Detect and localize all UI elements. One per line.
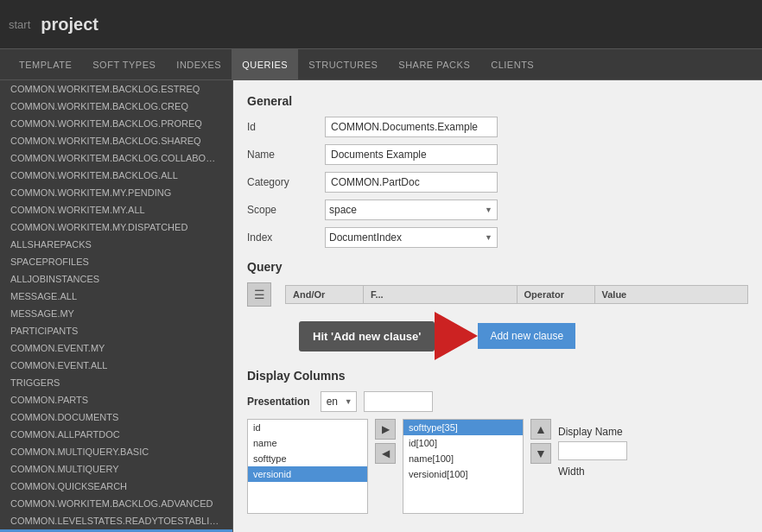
category-input[interactable] [325, 172, 498, 193]
nav-item-share-packs[interactable]: SHARE PACKS [388, 49, 480, 80]
query-section-title: Query [247, 260, 748, 274]
list-icon: ☰ [254, 288, 265, 301]
pres-text-input[interactable] [364, 391, 433, 412]
scope-select[interactable]: space [325, 200, 498, 220]
annotation-arrow [435, 312, 478, 360]
sidebar-item[interactable]: COMMON.WORKITEM.MY.ALL [0, 201, 232, 218]
name-label: Name [247, 149, 325, 161]
lang-select[interactable]: en [321, 391, 357, 412]
right-list-item[interactable]: versionid[100] [403, 466, 523, 482]
sidebar-item[interactable]: COMMON.WORKITEM.BACKLOG.COLLABORATIO... [0, 149, 232, 167]
sidebar-item[interactable]: COMMON.LEVELSTATES.READYTOESTABLISH [0, 512, 232, 529]
sidebar-item[interactable]: MESSAGE.MY [0, 305, 232, 322]
id-input[interactable] [325, 117, 498, 137]
right-list-item[interactable]: name[100] [403, 451, 523, 466]
display-name-label: Display Name [558, 426, 627, 438]
left-list-item[interactable]: versionid [248, 466, 367, 482]
sidebar-item[interactable]: COMMON.PARTS [0, 391, 232, 408]
col-value-header: Value [595, 286, 748, 303]
query-columns-header: And/Or F... Operator Value [285, 285, 748, 304]
id-row: Id [247, 117, 748, 137]
sidebar-item[interactable]: COMMON.WORKITEM.BACKLOG.ADVANCED [0, 495, 232, 512]
category-label: Category [247, 176, 325, 188]
left-list-item[interactable]: id [248, 420, 367, 435]
sidebar-item[interactable]: ALLJOBINSTANCES [0, 270, 232, 288]
nav-item-structures[interactable]: STRUCTURES [298, 49, 388, 80]
sidebar-item[interactable]: COMMON.MULTIQUERY.BASIC [0, 443, 232, 460]
index-label: Index [247, 231, 325, 244]
nav-item-soft-types[interactable]: SOFT TYPES [82, 49, 166, 80]
sidebar-item[interactable]: COMMON.WORKITEM.BACKLOG.ALL [0, 167, 232, 184]
nav-item-indexes[interactable]: INDEXES [166, 49, 232, 80]
content-area: General Id Name Category Scope space Ind… [233, 80, 762, 532]
index-row: Index DocumentIndex [247, 227, 748, 248]
nav-item-template[interactable]: TEMPLATE [9, 49, 82, 80]
sidebar-item[interactable]: ALLSHAREPACKS [0, 236, 232, 253]
sidebar-item[interactable]: COMMON.EVENT.MY [0, 339, 232, 357]
left-list-item[interactable]: softtype [248, 451, 367, 466]
title-row: start project [0, 0, 762, 49]
main-layout: COMMON.WORKITEM.BACKLOG.ESTREQCOMMON.WOR… [0, 80, 762, 532]
display-name-input[interactable] [558, 441, 627, 460]
annotation-area: Hit 'Add new clause' Add new clause [247, 312, 748, 355]
query-list-icon[interactable]: ☰ [247, 282, 271, 307]
sidebar-item[interactable]: COMMON.WORKITEM.BACKLOG.PROREQ [0, 115, 232, 132]
right-column-list: softtype[35]id[100]name[100]versionid[10… [403, 419, 524, 514]
scope-label: Scope [247, 204, 325, 216]
left-column-list: idnamesofttypeversionid [247, 419, 368, 514]
app-header: start project TEMPLATESOFT TYPESINDEXESQ… [0, 0, 762, 80]
sidebar-item[interactable]: COMMON.MULTIQUERY [0, 460, 232, 478]
scope-select-wrapper: space [325, 200, 498, 220]
query-toolbar: ☰ And/Or F... Operator Value [247, 282, 748, 307]
project-label: project [41, 15, 98, 35]
sidebar-item[interactable]: COMMON.ALLPARTDOC [0, 426, 232, 443]
col-field-header: F... [364, 286, 518, 303]
annotation-bubble: Hit 'Add new clause' [299, 321, 435, 352]
presentation-row: Presentation en [247, 391, 748, 412]
display-columns-title: Display Columns [247, 369, 748, 383]
start-label: start [9, 18, 30, 31]
sidebar-item[interactable]: COMMON.WORKITEM.BACKLOG.ESTREQ [0, 80, 232, 98]
sidebar-item[interactable]: TRIGGERS [0, 374, 232, 391]
index-select-wrapper: DocumentIndex [325, 227, 498, 248]
width-label: Width [558, 466, 627, 478]
presentation-label: Presentation [247, 396, 310, 408]
sidebar-item[interactable]: COMMON.WORKITEM.MY.PENDING [0, 184, 232, 201]
right-list-item[interactable]: id[100] [403, 435, 523, 451]
sidebar-item[interactable]: MESSAGE.ALL [0, 288, 232, 305]
display-columns-section: Display Columns Presentation en idnameso… [247, 369, 748, 514]
nav-item-clients[interactable]: CLIENTS [480, 49, 544, 80]
col-andor-header: And/Or [286, 286, 364, 303]
sidebar-item[interactable]: COMMON.DOCUMENTS [0, 408, 232, 426]
scope-row: Scope space [247, 200, 748, 220]
nav-item-queries[interactable]: QUERIES [232, 49, 298, 80]
query-section: Query ☰ And/Or F... Operator Value Hit '… [247, 260, 748, 355]
transfer-buttons: ▶ ◀ [375, 419, 396, 464]
col-operator-header: Operator [518, 286, 595, 303]
sidebar-item[interactable]: COMMON.WORKITEM.BACKLOG.SHAREQ [0, 132, 232, 149]
index-select[interactable]: DocumentIndex [325, 227, 498, 248]
category-row: Category [247, 172, 748, 193]
name-input[interactable] [325, 144, 498, 165]
sidebar-item[interactable]: COMMON.EVENT.ALL [0, 357, 232, 374]
transfer-right-button[interactable]: ▶ [375, 419, 396, 440]
lang-select-wrapper: en [321, 391, 357, 412]
sidebar-item[interactable]: COMMON.QUICKSEARCH [0, 478, 232, 495]
transfer-left-button[interactable]: ◀ [375, 443, 396, 464]
add-clause-button[interactable]: Add new clause [478, 323, 575, 349]
left-list-item[interactable]: name [248, 435, 367, 451]
move-up-button[interactable]: ▲ [530, 419, 551, 440]
id-label: Id [247, 121, 325, 133]
sidebar-item[interactable]: COMMON.WORKITEM.MY.DISPATCHED [0, 218, 232, 236]
sidebar-item[interactable]: SPACEPROFILES [0, 253, 232, 270]
name-row: Name [247, 144, 748, 165]
annotation-overlay: Hit 'Add new clause' Add new clause [299, 312, 575, 360]
right-list-item[interactable]: softtype[35] [403, 420, 523, 435]
up-down-buttons: ▲ ▼ [530, 419, 551, 464]
general-section-title: General [247, 94, 748, 108]
move-down-button[interactable]: ▼ [530, 443, 551, 464]
sidebar-item[interactable]: COMMON.WORKITEM.BACKLOG.CREQ [0, 98, 232, 115]
sidebar-item[interactable]: PARTICIPANTS [0, 322, 232, 339]
display-name-section: Display Name Width [558, 426, 627, 478]
sidebar: COMMON.WORKITEM.BACKLOG.ESTREQCOMMON.WOR… [0, 80, 233, 532]
